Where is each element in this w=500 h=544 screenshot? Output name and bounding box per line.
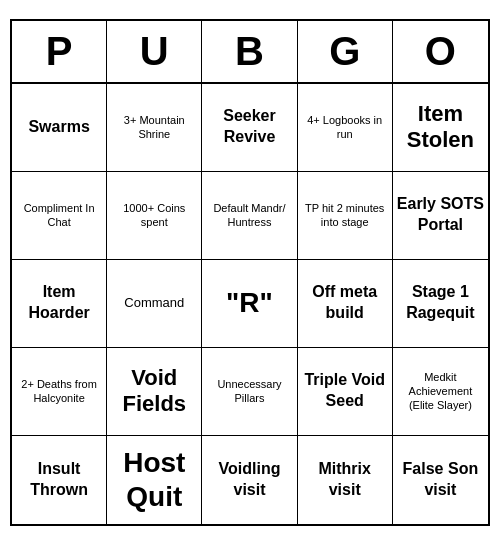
cell-text-15: 2+ Deaths from Halcyonite [16,377,102,406]
cell-text-11: Command [124,295,184,312]
cell-text-24: False Son visit [397,459,484,501]
bingo-cell-9: Early SOTS Portal [393,172,488,260]
bingo-cell-16: Void Fields [107,348,202,436]
cell-text-14: Stage 1 Ragequit [397,282,484,324]
bingo-cell-15: 2+ Deaths from Halcyonite [12,348,107,436]
cell-text-8: TP hit 2 minutes into stage [302,201,388,230]
cell-text-21: Host Quit [111,446,197,513]
bingo-cell-1: 3+ Mountain Shrine [107,84,202,172]
bingo-cell-14: Stage 1 Ragequit [393,260,488,348]
cell-text-4: Item Stolen [397,101,484,154]
cell-text-17: Unnecessary Pillars [206,377,292,406]
bingo-header: PUBGO [12,21,488,84]
cell-text-6: 1000+ Coins spent [111,201,197,230]
bingo-cell-8: TP hit 2 minutes into stage [298,172,393,260]
bingo-cell-2: Seeker Revive [202,84,297,172]
cell-text-0: Swarms [28,117,89,138]
bingo-cell-12: "R" [202,260,297,348]
bingo-cell-13: Off meta build [298,260,393,348]
bingo-cell-3: 4+ Logbooks in run [298,84,393,172]
cell-text-10: Item Hoarder [16,282,102,324]
cell-text-19: Medkit Achievement (Elite Slayer) [397,370,484,413]
cell-text-9: Early SOTS Portal [397,194,484,236]
cell-text-7: Default Mandr/ Huntress [206,201,292,230]
bingo-cell-0: Swarms [12,84,107,172]
bingo-cell-5: Compliment In Chat [12,172,107,260]
bingo-card: PUBGO Swarms3+ Mountain ShrineSeeker Rev… [10,19,490,526]
cell-text-13: Off meta build [302,282,388,324]
cell-text-18: Triple Void Seed [302,370,388,412]
cell-text-16: Void Fields [111,365,197,418]
bingo-cell-22: Voidling visit [202,436,297,524]
cell-text-22: Voidling visit [206,459,292,501]
cell-text-5: Compliment In Chat [16,201,102,230]
bingo-cell-18: Triple Void Seed [298,348,393,436]
header-letter-B: B [202,21,297,82]
bingo-cell-7: Default Mandr/ Huntress [202,172,297,260]
bingo-grid: Swarms3+ Mountain ShrineSeeker Revive4+ … [12,84,488,524]
header-letter-U: U [107,21,202,82]
bingo-cell-21: Host Quit [107,436,202,524]
cell-text-3: 4+ Logbooks in run [302,113,388,142]
cell-text-12: "R" [226,286,273,320]
bingo-cell-24: False Son visit [393,436,488,524]
bingo-cell-17: Unnecessary Pillars [202,348,297,436]
header-letter-O: O [393,21,488,82]
bingo-cell-10: Item Hoarder [12,260,107,348]
bingo-cell-23: Mithrix visit [298,436,393,524]
cell-text-1: 3+ Mountain Shrine [111,113,197,142]
cell-text-2: Seeker Revive [206,106,292,148]
header-letter-G: G [298,21,393,82]
cell-text-20: Insult Thrown [16,459,102,501]
bingo-cell-6: 1000+ Coins spent [107,172,202,260]
bingo-cell-20: Insult Thrown [12,436,107,524]
cell-text-23: Mithrix visit [302,459,388,501]
bingo-cell-4: Item Stolen [393,84,488,172]
bingo-cell-11: Command [107,260,202,348]
bingo-cell-19: Medkit Achievement (Elite Slayer) [393,348,488,436]
header-letter-P: P [12,21,107,82]
